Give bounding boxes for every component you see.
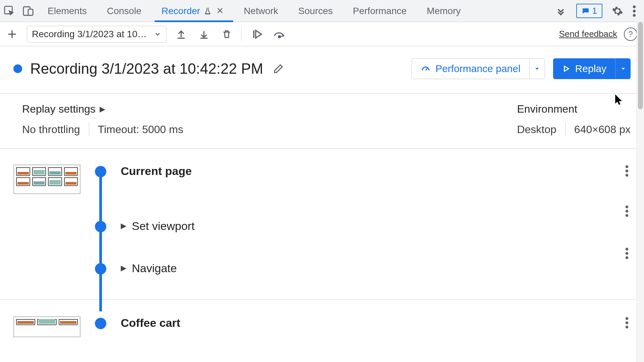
- svg-point-7: [626, 165, 629, 168]
- svg-rect-2: [28, 9, 33, 15]
- chevron-right-icon: ▶: [121, 264, 126, 273]
- settings-icon[interactable]: [612, 5, 623, 17]
- panel-tabs: Elements Console Recorder ✕ Network Sour…: [38, 0, 553, 22]
- gauge-icon: [421, 64, 431, 74]
- step-menu-icon[interactable]: [625, 205, 631, 217]
- new-recording-button[interactable]: [4, 28, 20, 40]
- svg-point-5: [633, 14, 636, 17]
- replay-caret[interactable]: [615, 58, 631, 79]
- inspect-element-icon[interactable]: [0, 2, 19, 20]
- performance-panel-caret[interactable]: [529, 59, 545, 79]
- step-label: Set viewport: [132, 220, 195, 233]
- more-tabs-icon[interactable]: [553, 6, 568, 16]
- send-feedback-link[interactable]: Send feedback: [559, 29, 617, 39]
- performance-panel-button[interactable]: Performance panel: [412, 58, 545, 79]
- mouse-cursor-icon: [614, 94, 623, 105]
- steps-panel: Current page ▶ Set viewport ▶ Navigate: [0, 148, 644, 362]
- step-group: Current page: [13, 165, 631, 205]
- edit-title-icon[interactable]: [273, 63, 284, 74]
- replay-settings-title[interactable]: Replay settings ▶: [22, 103, 183, 115]
- device-toolbar-icon[interactable]: [19, 2, 38, 20]
- tab-recorder[interactable]: Recorder ✕: [151, 0, 233, 22]
- step-over-button[interactable]: [271, 26, 287, 42]
- delete-button[interactable]: [219, 26, 235, 42]
- chevron-right-icon: ▶: [100, 105, 105, 114]
- flask-icon: [204, 7, 212, 15]
- help-icon[interactable]: ?: [624, 27, 637, 41]
- step-coffee-cart[interactable]: Coffee cart: [121, 316, 625, 329]
- message-icon: [582, 7, 590, 15]
- import-button[interactable]: [173, 26, 189, 42]
- recording-title: Recording 3/1/2023 at 10:42:22 PM: [30, 60, 263, 77]
- tab-label: Memory: [427, 6, 461, 16]
- devtools-tabstrip: Elements Console Recorder ✕ Network Sour…: [0, 0, 644, 22]
- step-menu-icon[interactable]: [625, 165, 631, 177]
- tab-label: Elements: [48, 6, 87, 16]
- tabstrip-right-controls: 1: [568, 4, 644, 18]
- timeline-dot: [95, 318, 106, 329]
- replay-settings-values: No throttling Timeout: 5000 ms: [22, 123, 183, 136]
- divider: [89, 123, 89, 136]
- step-thumbnail[interactable]: [13, 316, 80, 337]
- tab-network[interactable]: Network: [234, 0, 288, 22]
- scrollbar-thumb[interactable]: [638, 22, 643, 109]
- continue-button[interactable]: [249, 26, 265, 42]
- tab-console[interactable]: Console: [97, 0, 152, 22]
- svg-point-15: [626, 256, 629, 259]
- device-value: Desktop: [517, 123, 556, 136]
- recording-header: Recording 3/1/2023 at 10:42:22 PM Perfor…: [0, 46, 644, 94]
- step-thumbnail[interactable]: [13, 165, 80, 194]
- chevron-right-icon: ▶: [121, 222, 126, 230]
- recording-dropdown[interactable]: Recording 3/1/2023 at 10…: [27, 26, 166, 43]
- more-options-icon[interactable]: [633, 5, 636, 17]
- tab-label: Console: [107, 6, 142, 16]
- step-set-viewport[interactable]: ▶ Set viewport: [80, 205, 631, 247]
- step-navigate[interactable]: ▶ Navigate: [80, 247, 631, 289]
- svg-point-6: [278, 36, 280, 38]
- issues-badge[interactable]: 1: [576, 4, 602, 18]
- timeline-dot: [95, 263, 106, 275]
- step-label: Coffee cart: [121, 316, 180, 329]
- divider: [565, 123, 566, 136]
- issues-count: 1: [592, 6, 597, 16]
- recording-dropdown-label: Recording 3/1/2023 at 10…: [32, 29, 147, 40]
- svg-point-9: [626, 174, 629, 177]
- svg-point-12: [626, 214, 629, 217]
- step-label: Navigate: [132, 262, 177, 275]
- tab-sources[interactable]: Sources: [288, 0, 343, 22]
- environment-values: Desktop 640×608 px: [517, 123, 631, 136]
- tab-label: Sources: [298, 6, 333, 16]
- close-icon[interactable]: ✕: [216, 6, 224, 16]
- divider: [241, 27, 242, 41]
- tab-performance[interactable]: Performance: [343, 0, 417, 22]
- step-menu-icon[interactable]: [625, 317, 631, 328]
- step-label: Current page: [121, 165, 192, 178]
- step-group: Coffee cart: [13, 316, 631, 343]
- step-current-page[interactable]: Current page: [121, 165, 625, 178]
- chevron-down-icon: [154, 31, 161, 38]
- svg-point-17: [626, 321, 629, 324]
- replay-button[interactable]: Replay: [553, 58, 631, 79]
- tab-label: Recorder: [161, 6, 200, 16]
- tab-elements[interactable]: Elements: [38, 0, 97, 22]
- replay-settings[interactable]: Replay settings ▶ No throttling Timeout:…: [22, 103, 183, 136]
- step-menu-icon[interactable]: [625, 248, 631, 259]
- svg-point-11: [626, 210, 629, 213]
- play-icon: [562, 64, 571, 73]
- svg-point-10: [626, 205, 629, 208]
- replay-settings-label: Replay settings: [22, 103, 96, 115]
- settings-row: Replay settings ▶ No throttling Timeout:…: [0, 94, 644, 148]
- timeout-value: Timeout: 5000 ms: [98, 123, 183, 136]
- timeline-dot: [95, 221, 106, 232]
- replay-label: Replay: [575, 63, 606, 74]
- tab-memory[interactable]: Memory: [417, 0, 471, 22]
- recording-status-dot: [13, 64, 22, 73]
- export-button[interactable]: [196, 26, 212, 42]
- performance-panel-main[interactable]: Performance panel: [412, 59, 529, 79]
- vertical-scrollbar[interactable]: [637, 22, 644, 362]
- viewport-value: 640×608 px: [574, 123, 631, 136]
- timeline-dot: [95, 166, 106, 177]
- recorder-toolbar: Recording 3/1/2023 at 10… Send feedback …: [0, 22, 644, 46]
- environment-label: Environment: [517, 103, 577, 115]
- replay-main[interactable]: Replay: [553, 58, 615, 79]
